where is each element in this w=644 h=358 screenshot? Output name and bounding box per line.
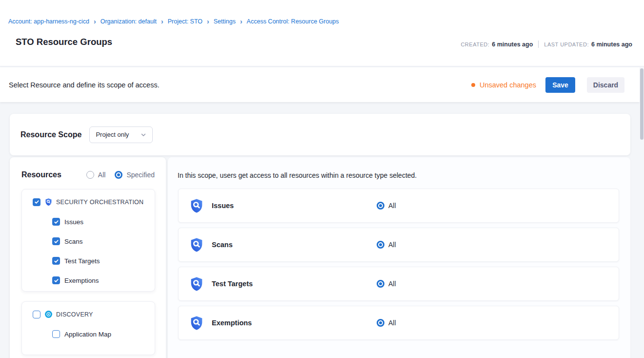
sto-shield-search-icon bbox=[189, 276, 204, 292]
resource-item-label: Application Map bbox=[64, 331, 111, 338]
resource-card-issues: Issues All bbox=[178, 189, 619, 223]
resource-item-label: Issues bbox=[64, 218, 83, 226]
save-button[interactable]: Save bbox=[545, 77, 575, 93]
access-radio-icon[interactable] bbox=[377, 319, 384, 327]
unsaved-changes-label: Unsaved changes bbox=[480, 81, 536, 89]
discovery-checkbox[interactable] bbox=[33, 311, 40, 318]
application-map-checkbox[interactable] bbox=[52, 330, 60, 338]
scope-access-panel: In this scope, users get access to all r… bbox=[168, 157, 630, 358]
breadcrumb-project-link[interactable]: Project: STO bbox=[168, 18, 202, 25]
access-radio-icon[interactable] bbox=[377, 202, 384, 210]
resources-panel: Resources All Specified bbox=[10, 157, 166, 358]
created-value: 6 minutes ago bbox=[492, 41, 533, 48]
resource-item-issues: Issues bbox=[52, 218, 150, 226]
security-orchestration-checkbox[interactable] bbox=[33, 198, 40, 206]
group-title: SECURITY ORCHESTRATION bbox=[56, 199, 143, 206]
page-title: STO Resource Groups bbox=[16, 37, 112, 47]
resource-scope-card: Resource Scope Project only bbox=[10, 114, 630, 155]
page-header: Account: app-harness-ng-cicd › Organizat… bbox=[0, 0, 644, 66]
sto-shield-search-icon bbox=[189, 198, 204, 213]
sto-shield-search-icon bbox=[44, 198, 53, 206]
issues-checkbox[interactable] bbox=[52, 218, 60, 226]
action-toolbar: Select Resource and define its scope of … bbox=[0, 67, 640, 102]
meta-divider bbox=[538, 41, 539, 48]
resource-card-test-targets: Test Targets All bbox=[178, 267, 619, 301]
resource-card-scans: Scans All bbox=[178, 228, 619, 262]
radio-all-label: All bbox=[98, 171, 106, 179]
chevron-right-icon: › bbox=[94, 18, 96, 25]
header-meta: CREATED: 6 minutes ago LAST UPDATED: 6 m… bbox=[461, 41, 632, 48]
sto-shield-search-icon bbox=[189, 315, 204, 331]
resource-item-test-targets: Test Targets bbox=[52, 257, 150, 265]
resource-item-exemptions: Exemptions bbox=[52, 276, 150, 284]
group-header: SECURITY ORCHESTRATION bbox=[22, 198, 150, 206]
unsaved-dot-icon bbox=[471, 83, 475, 87]
access-radio-all[interactable]: All bbox=[377, 241, 396, 249]
resource-group-discovery: DISCOVERY Application Map bbox=[21, 301, 155, 355]
resource-card-left: Test Targets bbox=[189, 276, 377, 292]
resource-scope-label: Resource Scope bbox=[20, 130, 81, 139]
discovery-radar-icon bbox=[44, 310, 53, 318]
resources-panel-header: Resources All Specified bbox=[10, 157, 166, 179]
resource-scope-selected-value: Project only bbox=[96, 131, 129, 138]
resource-scope-dropdown[interactable]: Project only bbox=[89, 126, 153, 143]
resource-item-label: Test Targets bbox=[64, 257, 100, 265]
breadcrumb-account-link[interactable]: Account: app-harness-ng-cicd bbox=[8, 18, 89, 25]
resource-card-label: Scans bbox=[212, 241, 233, 249]
access-radio-label: All bbox=[388, 280, 396, 288]
scans-checkbox[interactable] bbox=[52, 237, 60, 245]
resource-item-label: Scans bbox=[64, 238, 83, 245]
unsaved-changes-indicator: Unsaved changes bbox=[471, 81, 536, 89]
radio-all[interactable]: All bbox=[86, 171, 106, 179]
access-radio-label: All bbox=[388, 319, 396, 327]
radio-specified-label: Specified bbox=[126, 171, 155, 179]
created-label: CREATED: bbox=[461, 42, 489, 47]
access-radio-all[interactable]: All bbox=[377, 280, 396, 288]
resource-groups-page: Account: app-harness-ng-cicd › Organizat… bbox=[0, 0, 644, 358]
resource-group-security-orchestration: SECURITY ORCHESTRATION Issues Scans Test… bbox=[21, 189, 155, 292]
access-radio-label: All bbox=[388, 202, 396, 210]
group-title: DISCOVERY bbox=[56, 311, 93, 318]
resource-card-left: Scans bbox=[189, 237, 377, 253]
resource-card-label: Exemptions bbox=[212, 319, 252, 327]
scope-description: In this scope, users get access to all r… bbox=[178, 171, 619, 179]
radio-specified[interactable]: Specified bbox=[115, 171, 155, 179]
last-updated-value: 6 minutes ago bbox=[591, 41, 632, 48]
toolbar-description: Select Resource and define its scope of … bbox=[9, 81, 160, 89]
group-header: DISCOVERY bbox=[22, 310, 150, 318]
last-updated-label: LAST UPDATED: bbox=[544, 42, 589, 47]
resource-card-left: Exemptions bbox=[189, 315, 377, 331]
resources-title: Resources bbox=[21, 170, 61, 179]
sto-shield-search-icon bbox=[189, 237, 204, 253]
chevron-down-icon bbox=[141, 132, 146, 138]
access-radio-label: All bbox=[388, 241, 396, 249]
test-targets-checkbox[interactable] bbox=[52, 257, 60, 265]
resource-card-left: Issues bbox=[189, 198, 377, 213]
breadcrumb-settings-link[interactable]: Settings bbox=[214, 18, 236, 25]
breadcrumb-organization-link[interactable]: Organization: default bbox=[101, 18, 157, 25]
access-radio-icon[interactable] bbox=[377, 241, 384, 249]
resource-item-application-map: Application Map bbox=[52, 330, 150, 338]
breadcrumb-access-control-link[interactable]: Access Control: Resource Groups bbox=[247, 18, 339, 25]
exemptions-checkbox[interactable] bbox=[52, 276, 60, 284]
chevron-right-icon: › bbox=[161, 18, 163, 25]
chevron-right-icon: › bbox=[207, 18, 209, 25]
toolbar-actions: Unsaved changes Save Discard bbox=[471, 77, 624, 93]
resource-card-exemptions: Exemptions All bbox=[178, 306, 619, 340]
vertical-scrollbar[interactable] bbox=[640, 68, 644, 140]
discard-button[interactable]: Discard bbox=[587, 77, 624, 93]
radio-specified-icon[interactable] bbox=[115, 171, 122, 179]
access-radio-icon[interactable] bbox=[377, 280, 384, 288]
access-radio-all[interactable]: All bbox=[377, 319, 396, 327]
chevron-right-icon: › bbox=[240, 18, 242, 25]
resources-mode-radios: All Specified bbox=[86, 171, 155, 179]
resource-card-label: Test Targets bbox=[212, 280, 253, 288]
access-radio-all[interactable]: All bbox=[377, 202, 396, 210]
radio-all-icon[interactable] bbox=[86, 171, 94, 179]
breadcrumb: Account: app-harness-ng-cicd › Organizat… bbox=[8, 18, 339, 25]
resource-item-label: Exemptions bbox=[64, 277, 99, 284]
resource-card-label: Issues bbox=[212, 202, 234, 210]
resource-item-scans: Scans bbox=[52, 237, 150, 245]
